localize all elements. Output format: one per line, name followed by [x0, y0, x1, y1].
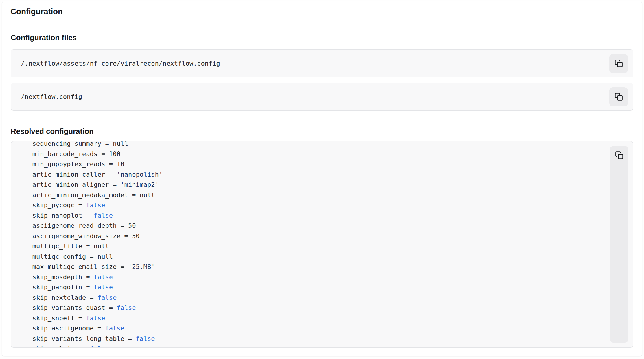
config-line: max_multiqc_email_size = '25.MB': [21, 262, 604, 272]
config-line: sequencing_summary = null: [21, 141, 604, 149]
copy-button[interactable]: [609, 87, 628, 106]
config-file-path: /.nextflow/assets/nf-core/viralrecon/nex…: [21, 60, 220, 67]
resolved-config-scroll-area[interactable]: sequencing_summary = null min_barcode_re…: [11, 141, 633, 347]
config-file-item: /.nextflow/assets/nf-core/viralrecon/nex…: [11, 49, 633, 77]
config-line: asciigenome_window_size = 50: [21, 231, 604, 241]
config-line: skip_mosdepth = false: [21, 272, 604, 282]
config-file-path: /nextflow.config: [21, 93, 82, 100]
config-file-item: /nextflow.config: [11, 83, 633, 111]
resolved-config-code: sequencing_summary = null min_barcode_re…: [21, 141, 604, 347]
config-line: skip_nextclade = false: [21, 293, 604, 303]
config-line: multiqc_config = null: [21, 251, 604, 262]
config-line: artic_minion_caller = 'nanopolish': [21, 169, 604, 180]
config-line: asciigenome_read_depth = 50: [21, 221, 604, 231]
config-line: skip_variants_long_table = false: [21, 334, 604, 344]
config-line: multiqc_title = null: [21, 241, 604, 251]
config-line: skip_asciigenome = false: [21, 323, 604, 334]
config-line: skip_multiqc = false: [21, 344, 604, 347]
copy-icon: [614, 59, 623, 68]
configuration-card: Configuration Configuration files /.next…: [2, 1, 642, 356]
page-title: Configuration: [10, 7, 63, 16]
resolved-heading: Resolved configuration: [11, 127, 633, 136]
config-line: skip_snpeff = false: [21, 313, 604, 323]
config-line: skip_variants_quast = false: [21, 303, 604, 313]
card-header: Configuration: [2, 1, 642, 22]
resolved-config-box: sequencing_summary = null min_barcode_re…: [11, 141, 633, 348]
copy-icon: [614, 92, 623, 101]
card-body: Configuration files /.nextflow/assets/nf…: [2, 33, 642, 348]
config-line: skip_pycoqc = false: [21, 200, 604, 210]
files-heading: Configuration files: [11, 33, 633, 42]
config-line: skip_nanoplot = false: [21, 210, 604, 221]
config-line: artic_minion_aligner = 'minimap2': [21, 180, 604, 190]
copy-button[interactable]: [610, 146, 628, 343]
config-line: artic_minion_medaka_model = null: [21, 190, 604, 200]
config-line: min_barcode_reads = 100: [21, 149, 604, 159]
config-line: skip_pangolin = false: [21, 282, 604, 293]
config-line: min_guppyplex_reads = 10: [21, 159, 604, 169]
copy-button[interactable]: [609, 54, 628, 73]
copy-icon: [615, 151, 623, 160]
